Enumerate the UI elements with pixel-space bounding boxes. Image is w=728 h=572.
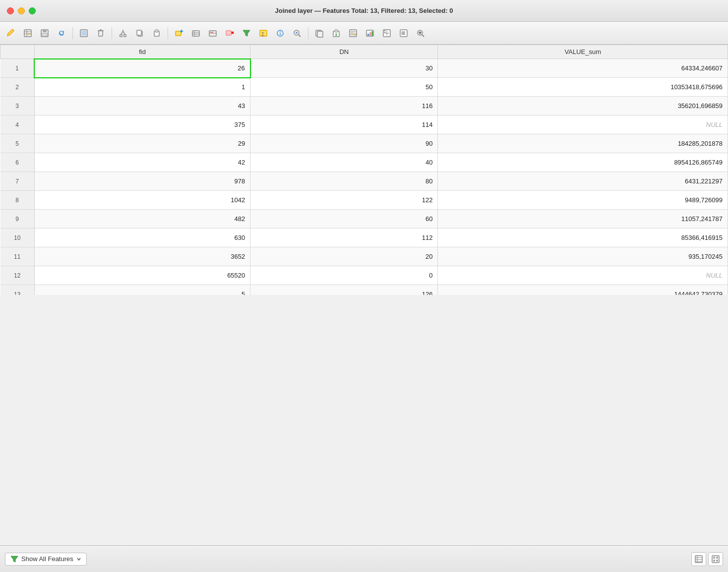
fid-cell[interactable]: 42 xyxy=(34,153,250,172)
value-sum-cell[interactable]: NULL xyxy=(438,266,728,285)
cut-button[interactable] xyxy=(115,25,131,41)
value-sum-cell[interactable]: 85366,416915 xyxy=(438,229,728,247)
move-row-button[interactable] xyxy=(188,25,204,41)
edit-form-button[interactable] xyxy=(345,25,361,41)
table-row[interactable]: 94826011057,241787 xyxy=(0,210,728,229)
fid-cell[interactable]: 375 xyxy=(34,115,250,134)
value-sum-cell[interactable]: 64334,246607 xyxy=(438,59,728,78)
dn-cell[interactable]: 30 xyxy=(250,59,438,78)
fid-cell[interactable]: 1042 xyxy=(34,191,250,210)
paste-button[interactable] xyxy=(149,25,165,41)
paste-map-button[interactable] xyxy=(328,25,344,41)
dn-cell[interactable]: 20 xyxy=(250,247,438,266)
fid-cell[interactable]: 482 xyxy=(34,210,250,229)
select-all-button[interactable] xyxy=(76,25,92,41)
add-feature-button[interactable] xyxy=(171,25,187,41)
dn-cell[interactable]: 112 xyxy=(250,229,438,247)
delete-selected-button[interactable] xyxy=(222,25,238,41)
svg-rect-74 xyxy=(713,557,715,559)
row-number-cell: 9 xyxy=(0,210,35,229)
svg-rect-55 xyxy=(371,31,373,36)
value-sum-cell[interactable]: 11057,241787 xyxy=(438,210,728,229)
stats-button[interactable]: Σ xyxy=(379,25,395,41)
close-button[interactable] xyxy=(7,7,14,14)
fid-cell[interactable]: 630 xyxy=(34,229,250,247)
table-row[interactable]: 642408954126,865749 xyxy=(0,153,728,172)
table-row[interactable]: 11365220935,170245 xyxy=(0,247,728,266)
form-view-button[interactable] xyxy=(708,552,723,566)
dn-cell[interactable]: 40 xyxy=(250,153,438,172)
map-tip-button[interactable] xyxy=(272,25,288,41)
statusbar: Show All Features xyxy=(0,545,728,572)
table-view-button[interactable] xyxy=(691,552,706,566)
table-row[interactable]: 7978806431,221297 xyxy=(0,172,728,191)
svg-rect-53 xyxy=(367,34,369,36)
shape-button[interactable] xyxy=(205,25,221,41)
edit-table-button[interactable] xyxy=(20,25,36,41)
minimize-button[interactable] xyxy=(18,7,25,14)
copy-button[interactable] xyxy=(132,25,148,41)
value-sum-cell[interactable]: 356201,696859 xyxy=(438,97,728,115)
svg-rect-31 xyxy=(226,31,231,35)
dn-cell[interactable]: 114 xyxy=(250,115,438,134)
fid-cell[interactable]: 3652 xyxy=(34,247,250,266)
svg-rect-77 xyxy=(716,560,718,562)
svg-marker-67 xyxy=(11,556,18,562)
svg-rect-9 xyxy=(99,31,103,36)
fid-cell[interactable]: 29 xyxy=(34,134,250,153)
table-row[interactable]: 4375114NULL xyxy=(0,115,728,134)
dn-cell[interactable]: 126 xyxy=(250,285,438,295)
dn-cell[interactable]: 50 xyxy=(250,78,438,97)
table-row[interactable]: 12655200NULL xyxy=(0,266,728,285)
save-button[interactable] xyxy=(37,25,53,41)
fid-cell[interactable]: 65520 xyxy=(34,266,250,285)
value-sum-cell[interactable]: 8954126,865749 xyxy=(438,153,728,172)
calc-button[interactable]: ⊞ xyxy=(396,25,412,41)
chart-button[interactable] xyxy=(362,25,378,41)
table-row[interactable]: 1351261444642,730379 xyxy=(0,285,728,295)
value-sum-cell[interactable]: NULL xyxy=(438,115,728,134)
edit-pencil-button[interactable] xyxy=(3,25,19,41)
attribute-table[interactable]: fid DN VALUE_sum 1263064334,246607215010… xyxy=(0,45,728,295)
show-all-features-button[interactable]: Show All Features xyxy=(5,553,87,566)
table-header-row: fid DN VALUE_sum xyxy=(0,45,728,59)
table-row[interactable]: 343116356201,696859 xyxy=(0,97,728,115)
select-expression-button[interactable]: ∑ xyxy=(255,25,271,41)
dn-cell[interactable]: 116 xyxy=(250,97,438,115)
zoom-button[interactable] xyxy=(289,25,305,41)
fid-cell[interactable]: 26 xyxy=(34,59,250,78)
dn-cell[interactable]: 80 xyxy=(250,172,438,191)
value-sum-cell[interactable]: 6431,221297 xyxy=(438,172,728,191)
dn-column-header[interactable]: DN xyxy=(250,45,438,59)
fid-cell[interactable]: 5 xyxy=(34,285,250,295)
fid-cell[interactable]: 978 xyxy=(34,172,250,191)
value-sum-cell[interactable]: 9489,726099 xyxy=(438,191,728,210)
fid-cell[interactable]: 1 xyxy=(34,78,250,97)
value-sum-header[interactable]: VALUE_sum xyxy=(438,45,728,59)
table-row[interactable]: 810421229489,726099 xyxy=(0,191,728,210)
row-number-cell: 12 xyxy=(0,266,35,285)
dn-cell[interactable]: 60 xyxy=(250,210,438,229)
table-row[interactable]: 52990184285,201878 xyxy=(0,134,728,153)
refresh-button[interactable] xyxy=(54,25,69,41)
fid-cell[interactable]: 43 xyxy=(34,97,250,115)
table-row[interactable]: 1263064334,246607 xyxy=(0,59,728,78)
table-row[interactable]: 1063011285366,416915 xyxy=(0,229,728,247)
value-sum-cell[interactable]: 10353418,675696 xyxy=(438,78,728,97)
svg-rect-75 xyxy=(713,560,715,562)
dn-cell[interactable]: 0 xyxy=(250,266,438,285)
copy-map-button[interactable] xyxy=(311,25,327,41)
filter-button[interactable] xyxy=(239,25,254,41)
dn-cell[interactable]: 122 xyxy=(250,191,438,210)
value-sum-cell[interactable]: 184285,201878 xyxy=(438,134,728,153)
zoom-in-button[interactable] xyxy=(413,25,428,41)
maximize-button[interactable] xyxy=(29,7,36,14)
table-row[interactable]: 215010353418,675696 xyxy=(0,78,728,97)
value-sum-cell[interactable]: 1444642,730379 xyxy=(438,285,728,295)
fid-column-header[interactable]: fid xyxy=(34,45,250,59)
delete-button[interactable] xyxy=(93,25,109,41)
value-sum-cell[interactable]: 935,170245 xyxy=(438,247,728,266)
dn-cell[interactable]: 90 xyxy=(250,134,438,153)
separator-3 xyxy=(168,27,168,39)
svg-marker-34 xyxy=(243,30,250,36)
